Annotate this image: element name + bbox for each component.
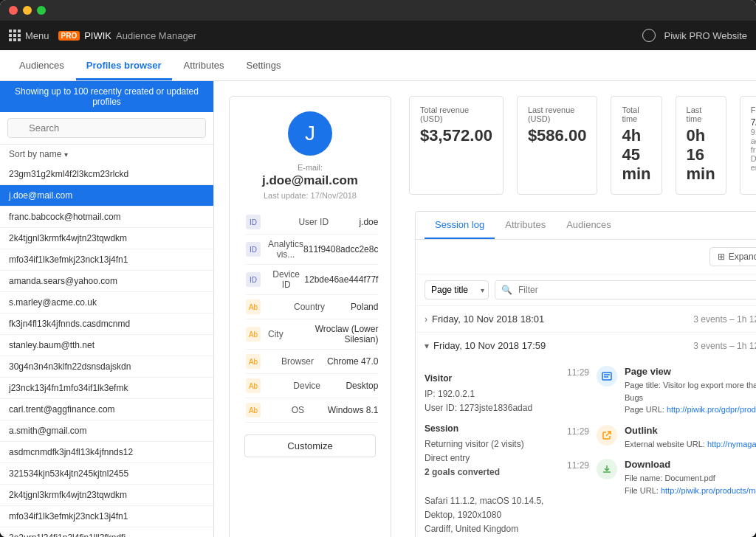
sidebar-banner: Showing up to 100 recently created or up… xyxy=(0,81,213,112)
tab-audiences[interactable]: Audiences xyxy=(556,212,622,239)
menu-label: Menu xyxy=(25,30,49,41)
show-next-events-link[interactable]: Show next 50 events xyxy=(566,505,756,522)
tab-attributes[interactable]: Attributes xyxy=(495,212,556,239)
profile-item[interactable]: 30g4n3n4n3klfn22dsnsdajskdn xyxy=(0,356,213,378)
profile-item[interactable]: a.smith@gmail.com xyxy=(0,420,213,442)
filter-input[interactable] xyxy=(518,281,756,299)
session-row-header-expanded[interactable]: ▾ Friday, 10 Nov 2018 17:59 3 events – 1… xyxy=(416,333,756,358)
svg-rect-0 xyxy=(602,373,611,380)
profile-item[interactable]: 321534kjn53k4jtn245kjtnl2455 xyxy=(0,463,213,485)
attr-icon-ab: Ab xyxy=(246,354,261,369)
session-entry: Direct entry xyxy=(425,451,554,465)
session-row-meta: 3 events – 1h 12min View visitor session… xyxy=(693,314,756,325)
attr-val: Chrome 47.0 xyxy=(327,356,378,367)
file-url-link[interactable]: http://piwik.pro/products/manuals/docume… xyxy=(661,486,756,495)
chevron-right-icon: › xyxy=(425,314,427,325)
profile-item[interactable]: 3o2urn1l34fj1n3l4fjn1lll3fkndfj xyxy=(0,527,213,537)
event-time: 11:29 xyxy=(566,426,589,451)
page-url-link[interactable]: http://piwik.pro/gdpr/products/analytics… xyxy=(667,405,756,414)
globe-icon[interactable] xyxy=(642,29,656,42)
tab-audiences[interactable]: Audiences xyxy=(9,52,75,80)
stat-total-revenue: Total revenue (USD) $3,572.00 xyxy=(409,96,504,195)
stat-from: from: Direct entry xyxy=(751,145,756,172)
search-box: 🔍 xyxy=(0,112,213,145)
visitor-userid: User ID: 1273jste1836adad xyxy=(425,401,554,415)
attr-key: Device xyxy=(268,381,346,391)
stat-last-revenue: Last revenue (USD) $586.00 xyxy=(517,96,598,195)
attr-key: Country xyxy=(268,302,351,312)
close-button[interactable] xyxy=(9,6,18,15)
profile-item[interactable]: 2k4tjgnl3krmfk4wjtn23tqwdkm xyxy=(0,485,213,506)
attr-row-userid: ID User ID j.doe xyxy=(246,210,378,235)
profile-item[interactable]: mfo34if1lk3efmkj23nck13j4fn1 xyxy=(0,249,213,271)
stat-label: Last time xyxy=(687,105,715,123)
tab-profiles-browser[interactable]: Profiles browser xyxy=(76,52,172,80)
stats-row-1: Total revenue (USD) $3,572.00 Last reven… xyxy=(406,96,756,195)
profile-item[interactable]: stanley.baum@tth.net xyxy=(0,335,213,356)
content-area: J E-mail: j.doe@mail.com Last update: 17… xyxy=(214,81,756,537)
attr-key: City xyxy=(268,329,284,339)
profile-updated: Last update: 17/Nov/2018 xyxy=(244,191,376,200)
visitor-ip: IP: 192.0.2.1 xyxy=(425,387,554,401)
menu-button[interactable]: Menu xyxy=(9,30,49,41)
download-icon xyxy=(597,459,617,479)
profile-item[interactable]: franc.babcock@hotmail.com xyxy=(0,207,213,228)
tab-attributes[interactable]: Attributes xyxy=(173,52,235,80)
session-row-title: › Friday, 10 Nov 2018 18:01 xyxy=(425,313,544,325)
session-event-count: 3 events – 1h 12min xyxy=(693,341,756,351)
profile-item[interactable]: s.marley@acme.co.uk xyxy=(0,292,213,313)
sort-arrow-icon: ▾ xyxy=(64,150,68,159)
session-row-header[interactable]: › Friday, 10 Nov 2018 18:01 3 events – 1… xyxy=(416,306,756,332)
event-content-download: Download File name: Document.pdf File UR… xyxy=(625,459,756,496)
event-title: Page view xyxy=(625,366,756,377)
stat-value: $3,572.00 xyxy=(420,126,492,145)
filter-type-select[interactable]: Page title URL Event type xyxy=(425,280,489,299)
profile-item[interactable]: mfo34if1lk3efmkj23nck13j4fn1 xyxy=(0,506,213,527)
profile-item[interactable]: carl.trent@aggfinance.com xyxy=(0,399,213,420)
attr-val: Wroclaw (Lower Silesian) xyxy=(284,324,379,344)
attr-row-country: Ab Country Poland xyxy=(246,295,378,319)
outlink-url-link[interactable]: http://nymagazine.com/article/162hs/ xyxy=(707,440,756,448)
expand-all-button[interactable]: ⊞ Expand all xyxy=(709,247,756,266)
avatar: J xyxy=(288,111,332,156)
customize-button[interactable]: Customize xyxy=(244,434,376,457)
app-window: Menu PRO PIWIK Audience Manager Piwik PR… xyxy=(0,0,756,537)
tab-session-log[interactable]: Session log xyxy=(425,212,495,239)
profile-item[interactable]: 2k4tjgnl3krmfk4wjtn23tqwdkm xyxy=(0,228,213,249)
stat-first-visit: First visit 7/Mar/18 91 days ago from: D… xyxy=(740,96,756,195)
event-time: 11:29 xyxy=(566,367,589,416)
attr-icon-id: ID xyxy=(246,215,261,229)
profile-email: j.doe@mail.com xyxy=(244,173,376,188)
attr-icon-id: ID xyxy=(246,242,261,257)
product-name: Audience Manager xyxy=(116,30,196,41)
profile-item[interactable]: fk3jn4fl13k4jfnnds.casdmcnmd xyxy=(0,313,213,335)
sort-label[interactable]: Sort by name ▾ xyxy=(0,145,213,164)
attr-val: Windows 8.1 xyxy=(328,405,379,415)
session-detail: Visitor IP: 192.0.2.1 User ID: 1273jste1… xyxy=(416,358,756,537)
minimize-button[interactable] xyxy=(23,6,32,15)
attr-key: Analytics vis... xyxy=(268,239,303,260)
session-date: Friday, 10 Nov 2018 18:01 xyxy=(432,313,544,325)
attr-icon-ab: Ab xyxy=(246,403,261,418)
profile-item[interactable]: 23gm31g2kml4f2l3kcm23rlckd xyxy=(0,164,213,185)
logo: PRO PIWIK Audience Manager xyxy=(58,30,197,41)
event-item-outlink: 11:29 Outlink External website URL: http… xyxy=(566,425,756,451)
attr-row-device-type: Ab Device Desktop xyxy=(246,374,378,398)
profile-item[interactable]: j.doe@mail.com xyxy=(0,185,213,207)
session-section-label: Session xyxy=(425,422,554,436)
tabbar: Audiences Profiles browser Attributes Se… xyxy=(0,50,756,81)
profile-item[interactable]: j23nck13j4fn1mfo34if1lk3efmk xyxy=(0,378,213,399)
tab-settings[interactable]: Settings xyxy=(236,52,292,80)
attr-row-device: ID Device ID 12bde46ae444f77f xyxy=(246,265,378,295)
attr-key: User ID xyxy=(268,217,359,227)
profile-item[interactable]: amanda.sears@yahoo.com xyxy=(0,271,213,292)
attr-val: 12bde46ae444f77f xyxy=(304,274,378,285)
profile-item[interactable]: asdmcnmdfk3jn4fl13k4jfnnds12 xyxy=(0,442,213,463)
traffic-lights xyxy=(9,6,46,15)
outlink-icon xyxy=(597,425,617,446)
attr-key: OS xyxy=(268,405,328,415)
expand-label: Expand all xyxy=(729,252,756,262)
profile-header: J E-mail: j.doe@mail.com Last update: 17… xyxy=(214,81,756,537)
search-input[interactable] xyxy=(7,118,206,138)
maximize-button[interactable] xyxy=(37,6,46,15)
